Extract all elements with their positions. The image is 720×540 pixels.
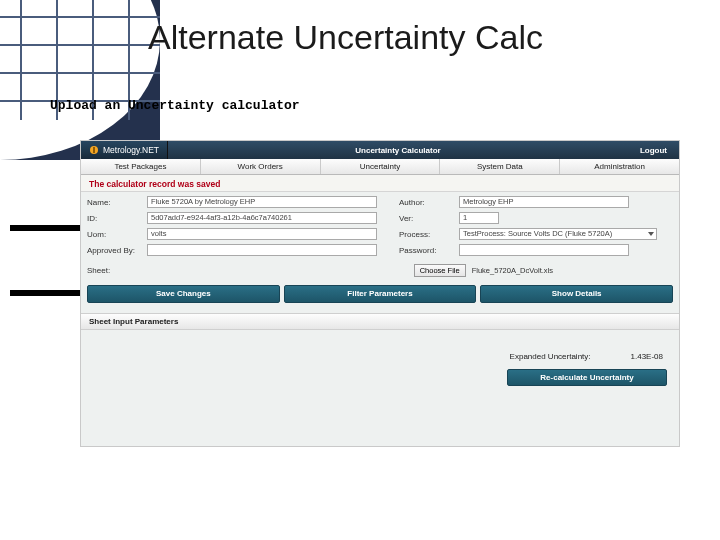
tab-uncertainty[interactable]: Uncertainty (321, 159, 441, 174)
uom-field[interactable]: volts (147, 228, 377, 240)
name-field[interactable]: Fluke 5720A by Metrology EHP (147, 196, 377, 208)
expanded-uncertainty-value: 1.43E-08 (631, 352, 663, 361)
details-button[interactable]: Show Details (480, 285, 673, 303)
app-container: Metrology.NET Uncertainty Calculator Log… (80, 140, 680, 447)
process-select[interactable]: TestProcess: Source Volts DC (Fluke 5720… (459, 228, 657, 240)
process-label: Process: (399, 230, 459, 239)
page-subtitle: Upload an Uncertainty calculator (50, 98, 300, 113)
ver-field[interactable]: 1 (459, 212, 499, 224)
filter-button[interactable]: Filter Parameters (284, 285, 477, 303)
ver-label: Ver: (399, 214, 459, 223)
topbar: Metrology.NET Uncertainty Calculator Log… (81, 141, 679, 159)
logout-button[interactable]: Logout (628, 146, 679, 155)
chosen-file-name: Fluke_5720A_DcVolt.xls (472, 266, 553, 275)
id-field[interactable]: 5d07add7-e924-4af3-a12b-4a6c7a740261 (147, 212, 377, 224)
tab-system-data[interactable]: System Data (440, 159, 560, 174)
name-label: Name: (87, 198, 147, 207)
choose-file-button[interactable]: Choose File (414, 264, 466, 277)
expanded-uncertainty-label: Expanded Uncertainty: (510, 352, 591, 361)
approvedby-field[interactable] (147, 244, 377, 256)
svg-rect-1 (93, 147, 95, 153)
recalculate-button[interactable]: Re-calculate Uncertainty (507, 369, 667, 386)
uom-label: Uom: (87, 230, 147, 239)
brand[interactable]: Metrology.NET (81, 141, 168, 159)
annotation-arrow (10, 290, 82, 296)
password-label: Password: (399, 246, 459, 255)
page-title: Alternate Uncertainty Calc (148, 18, 543, 57)
saved-message: The calculator record was saved (81, 175, 679, 192)
topbar-title: Uncertainty Calculator (168, 146, 628, 155)
tab-administration[interactable]: Administration (560, 159, 679, 174)
id-label: ID: (87, 214, 147, 223)
password-field[interactable] (459, 244, 629, 256)
save-button[interactable]: Save Changes (87, 285, 280, 303)
sheet-params-header: Sheet Input Parameters (81, 313, 679, 330)
tab-test-packages[interactable]: Test Packages (81, 159, 201, 174)
brand-label: Metrology.NET (103, 145, 159, 155)
tab-work-orders[interactable]: Work Orders (201, 159, 321, 174)
nav-tabs: Test Packages Work Orders Uncertainty Sy… (81, 159, 679, 175)
approvedby-label: Approved By: (87, 246, 147, 255)
author-field[interactable]: Metrology EHP (459, 196, 629, 208)
brand-icon (89, 145, 99, 155)
annotation-arrow (10, 225, 82, 231)
calculator-form: Name: Fluke 5720A by Metrology EHP Autho… (81, 192, 679, 313)
sheet-label: Sheet: (87, 266, 147, 275)
results-area: Expanded Uncertainty: 1.43E-08 Re-calcul… (81, 330, 679, 446)
author-label: Author: (399, 198, 459, 207)
